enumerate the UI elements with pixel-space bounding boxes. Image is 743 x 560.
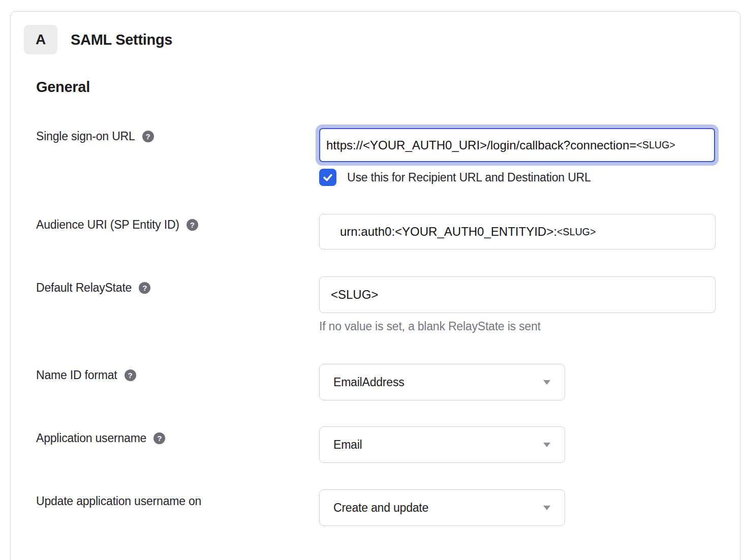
help-icon[interactable]: ?	[139, 282, 150, 294]
app-username-select[interactable]: Email	[319, 426, 565, 463]
page-title: SAML Settings	[71, 32, 172, 48]
sso-url-value: https://<YOUR_AUTH0_URI>/login/callback?…	[326, 138, 636, 152]
sso-url-label: Single sign-on URL ?	[36, 130, 154, 143]
audience-uri-value: urn:auth0:<YOUR_AUTH0_ENTITYID>:	[340, 225, 557, 239]
app-username-label-text: Application username	[36, 431, 146, 445]
name-id-format-label: Name ID format ?	[36, 368, 136, 382]
sso-url-value-slug: <SLUG>	[636, 139, 675, 151]
recipient-url-checkbox-row: Use this for Recipient URL and Destinati…	[319, 169, 591, 186]
relay-state-label: Default RelayState ?	[36, 281, 150, 295]
checkmark-icon	[322, 172, 333, 183]
help-icon[interactable]: ?	[142, 131, 154, 142]
relay-state-value: <SLUG>	[331, 288, 378, 302]
audience-uri-label: Audience URI (SP Entity ID) ?	[36, 218, 198, 232]
chevron-down-icon	[543, 506, 550, 510]
update-app-username-select[interactable]: Create and update	[319, 489, 565, 526]
update-app-username-value: Create and update	[333, 501, 428, 515]
name-id-format-value: EmailAddress	[333, 376, 405, 389]
help-icon[interactable]: ?	[125, 369, 136, 381]
app-username-value: Email	[333, 438, 362, 452]
help-icon[interactable]: ?	[187, 219, 198, 231]
relay-state-helper-text: If no value is set, a blank RelayState i…	[319, 320, 541, 333]
audience-uri-value-slug: <SLUG>	[557, 226, 596, 238]
audience-uri-input[interactable]: urn:auth0:<YOUR_AUTH0_ENTITYID>:<SLUG>	[319, 214, 716, 250]
saml-settings-card: A SAML Settings General Single sign-on U…	[10, 11, 740, 560]
chevron-down-icon	[543, 380, 550, 385]
sso-url-input[interactable]: https://<YOUR_AUTH0_URI>/login/callback?…	[319, 128, 715, 162]
sso-url-focus-ring: https://<YOUR_AUTH0_URI>/login/callback?…	[316, 125, 719, 166]
recipient-url-checkbox[interactable]	[319, 169, 336, 186]
sso-url-label-text: Single sign-on URL	[36, 130, 135, 143]
audience-uri-label-text: Audience URI (SP Entity ID)	[36, 218, 179, 232]
relay-state-input[interactable]: <SLUG>	[319, 276, 716, 313]
card-header: A SAML Settings	[24, 25, 172, 54]
name-id-format-select[interactable]: EmailAddress	[319, 364, 565, 400]
update-app-username-label-text: Update application username on	[36, 494, 201, 508]
app-username-label: Application username ?	[36, 431, 165, 445]
update-app-username-label: Update application username on	[36, 494, 201, 508]
help-icon[interactable]: ?	[153, 432, 165, 444]
step-badge: A	[24, 25, 57, 54]
name-id-format-label-text: Name ID format	[36, 368, 117, 382]
recipient-url-checkbox-label[interactable]: Use this for Recipient URL and Destinati…	[347, 171, 591, 184]
chevron-down-icon	[543, 443, 550, 447]
section-heading-general: General	[36, 79, 90, 96]
relay-state-label-text: Default RelayState	[36, 281, 132, 295]
